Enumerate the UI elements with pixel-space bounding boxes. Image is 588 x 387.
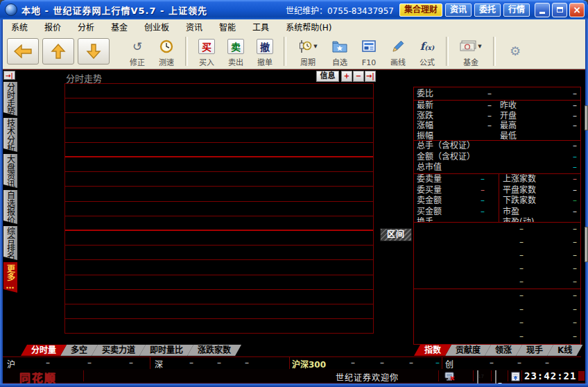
footer-separator — [473, 370, 474, 381]
footer-endcap — [578, 371, 585, 381]
correct-button[interactable]: ↺ 修正 — [123, 35, 151, 68]
footer-bar: 同花顺 世纪证券欢迎你 17 23:42:21 — [3, 369, 585, 384]
toolbar-separator — [493, 37, 496, 66]
quote-row: –– — [414, 223, 580, 236]
toolbar-separator — [446, 37, 449, 66]
tab-index[interactable]: 指数 — [414, 345, 451, 356]
status-shanghai[interactable]: 沪 – – – — [3, 357, 150, 369]
menu-news[interactable]: 资讯 — [178, 21, 211, 33]
menubar: 系统 报价 分析 基金 创业板 资讯 智能 工具 系统帮助(H) — [3, 19, 585, 34]
sidebar-tab-ranking[interactable]: 综合排名 — [3, 226, 17, 260]
gear-icon[interactable]: ⚙ — [510, 44, 521, 58]
f10-button[interactable]: F10 — [355, 35, 383, 68]
scrollbar-thumb[interactable] — [585, 227, 588, 262]
up-button[interactable] — [42, 38, 74, 64]
page-exit-icon[interactable]: →| — [365, 71, 376, 82]
page-remove-icon[interactable]: − — [353, 71, 364, 82]
menu-tools[interactable]: 工具 — [244, 21, 277, 33]
sell-button[interactable]: 卖 卖出 — [222, 35, 250, 68]
quote-row: 涨跌– 开盘– — [414, 111, 580, 121]
clock-icon — [159, 40, 173, 53]
info-button[interactable]: 信息 — [316, 71, 339, 82]
tab-contribution[interactable]: 贡献度 — [445, 345, 491, 356]
footer-separator — [438, 370, 439, 381]
status-chinext[interactable]: 创 – – – — [442, 357, 581, 369]
sidebar-tab-more[interactable]: 更多… — [3, 262, 17, 293]
watchlist-button[interactable]: 自选 — [326, 35, 354, 68]
tab-buy-sell-power[interactable]: 买卖力道 — [92, 345, 146, 356]
quote-row: 振幅 最低 — [414, 131, 580, 141]
cancel-order-button[interactable]: 撤 撤单 — [251, 35, 279, 68]
period-button[interactable]: ▼ 周期 — [291, 35, 325, 68]
maximize-button[interactable] — [552, 3, 567, 17]
message-bubble-icon[interactable] — [495, 371, 496, 384]
intraday-chart[interactable] — [64, 83, 374, 334]
tab-volume[interactable]: 分时量 — [21, 345, 67, 356]
down-button[interactable] — [78, 38, 110, 64]
down-arrow-icon — [86, 44, 101, 59]
menu-chinext[interactable]: 创业板 — [136, 21, 178, 33]
tab-kline[interactable]: K线 — [547, 345, 582, 356]
trade-button[interactable]: 委托 — [474, 3, 501, 17]
undo-circle-icon: ↺ — [132, 40, 142, 53]
menu-quotes[interactable]: 报价 — [36, 21, 69, 33]
tab-long-short[interactable]: 多空 — [60, 345, 98, 356]
maintenance-phone: 世纪维护：0755-83437957 — [286, 4, 394, 16]
menu-system[interactable]: 系统 — [3, 21, 36, 33]
flow-section: 委卖量– 上涨家数– 委买量– 平盘家数– 卖金额– 下跌家数– 买金额– 市盈… — [413, 173, 581, 223]
status-hs300[interactable]: 沪深300 – – – – — [289, 357, 442, 369]
quote-panel: 委比 – – 最新– 昨收– 涨跌– 开盘– 涨幅– 最高– 振幅 最低 — [413, 87, 581, 345]
footer-separator — [83, 370, 84, 381]
toolbar-separator — [185, 37, 188, 66]
back-button[interactable] — [7, 38, 39, 64]
menu-smart[interactable]: 智能 — [211, 21, 244, 33]
wealth-button[interactable]: 集合理财 — [399, 3, 442, 17]
folder-star-icon — [332, 40, 347, 53]
page-add-icon[interactable]: + — [341, 71, 352, 82]
menu-analysis[interactable]: 分析 — [69, 21, 103, 33]
news-button[interactable]: 资讯 — [445, 3, 472, 17]
connection-status-icon[interactable] — [444, 371, 455, 384]
quote-row: –– — [414, 330, 580, 344]
totals-section: 总手（含权证） – 金额（含权证） – 总市值 – — [413, 140, 581, 174]
sidebar-tab-watchlist-quotes[interactable]: 自选报价 — [3, 190, 17, 224]
dropdown-icon: ▼ — [313, 44, 317, 49]
upload-report-icon[interactable] — [511, 371, 520, 384]
draw-line-button[interactable]: 画线 — [384, 35, 412, 68]
cancel-glyph-icon: 撤 — [257, 39, 273, 54]
tab-advance-decline[interactable]: 涨跌家数 — [187, 345, 241, 356]
minimize-button[interactable] — [535, 3, 550, 17]
sidebar-tab-technical[interactable]: 技术分析 — [3, 118, 17, 152]
app-window: 本地 - 世纪证券网上行情V5.7 - 上证领先 世纪维护：0755-83437… — [0, 0, 588, 387]
scrollbar-thumb[interactable] — [585, 105, 588, 130]
chart-midline — [65, 156, 373, 157]
quote-row: 委买量– 平盘家数– — [414, 185, 580, 196]
sidebar-tab-timeline[interactable]: 分时走势 — [3, 82, 17, 116]
calendar-icon[interactable]: 17 — [477, 371, 478, 384]
fx-icon: f(x) — [420, 40, 434, 53]
sidebar-tab-market-news[interactable]: 大盘资讯 — [3, 154, 17, 188]
buy-button[interactable]: 买 买入 — [193, 35, 220, 68]
menu-help[interactable]: 系统帮助(H) — [277, 21, 340, 33]
tab-current-volume[interactable]: 现手 — [516, 345, 553, 356]
close-button[interactable]: × — [569, 3, 585, 17]
collapse-sidebar-icon[interactable]: →| — [3, 71, 15, 80]
footer-separator — [508, 370, 508, 381]
quote-row: –– — [414, 303, 580, 317]
fund-button[interactable]: ▼ 基金 — [453, 35, 488, 68]
clock: 23:42:21 — [524, 370, 576, 381]
quote-row: 委比 – – — [414, 87, 580, 100]
speedtest-button[interactable]: 测速 — [153, 35, 180, 68]
sell-glyph-icon: 卖 — [227, 39, 244, 54]
tab-volume-ratio[interactable]: 即时量比 — [139, 345, 193, 356]
quotes-button[interactable]: 行情 — [503, 3, 530, 17]
pencil-icon — [392, 40, 405, 53]
toolbar: ↺ 修正 测速 买 买入 卖 卖出 撤 撤单 ▼ 周期 — [3, 33, 585, 69]
tab-leaders[interactable]: 领涨 — [485, 345, 522, 356]
range-button[interactable]: 区间 — [380, 228, 412, 241]
status-shenzhen[interactable]: 深 – – – — [150, 357, 290, 369]
menu-funds[interactable]: 基金 — [103, 21, 136, 33]
window-border-left — [0, 19, 3, 387]
quote-row: 金额（含权证） – — [414, 152, 580, 163]
formula-button[interactable]: f(x) 公式 — [413, 35, 441, 68]
